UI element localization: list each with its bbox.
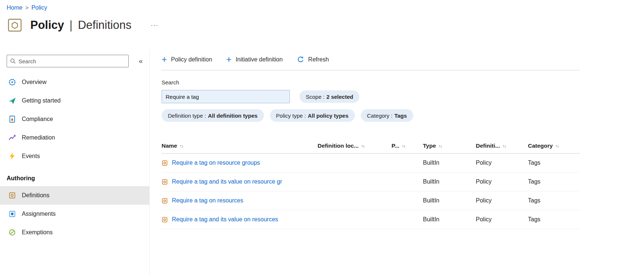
scope-filter-pill[interactable]: Scope : 2 selected: [299, 90, 359, 103]
definition-type-filter-value: All definition types: [208, 113, 257, 119]
column-header-label: Name: [162, 142, 177, 149]
overview-icon: [8, 78, 16, 86]
definition-type-filter-pill[interactable]: Definition type : All definition types: [162, 109, 264, 122]
cell-category: Tags: [528, 216, 580, 223]
definition-search-input[interactable]: [162, 90, 290, 103]
cell-type: BuiltIn: [423, 197, 476, 204]
cell-definition-type: Policy: [476, 216, 528, 223]
breadcrumb-link-home[interactable]: Home: [7, 4, 23, 11]
search-filter-label: Search: [162, 79, 580, 85]
sidebar-search-input[interactable]: [18, 58, 125, 64]
sidebar-item-label: Exemptions: [22, 229, 53, 236]
sidebar-search-row: «: [0, 55, 149, 67]
policy-type-filter-name: Policy type :: [276, 113, 306, 119]
sidebar-item-definitions[interactable]: Definitions: [0, 186, 149, 205]
sidebar-item-label: Remediation: [22, 134, 55, 141]
column-header-definition-location[interactable]: Definition loc... ↑↓: [318, 142, 392, 149]
cell-definition-type: Policy: [476, 197, 528, 204]
events-icon: [8, 152, 16, 160]
page-header: Policy | Definitions ···: [7, 17, 644, 33]
sidebar-item-exemptions[interactable]: Exemptions: [0, 223, 149, 242]
policy-definition-icon: [162, 198, 168, 204]
column-header-label: Type: [423, 142, 436, 149]
sidebar-item-compliance[interactable]: Compliance: [0, 110, 149, 128]
authoring-section-label: Authoring: [0, 165, 149, 186]
refresh-button-label: Refresh: [308, 56, 329, 63]
add-icon: +: [226, 56, 232, 63]
sort-icon: ↑↓: [361, 144, 365, 148]
name-cell: Require a tag on resources: [162, 197, 318, 204]
column-header-label: P...: [392, 142, 399, 149]
sort-icon: ↑↓: [402, 144, 405, 148]
page-title: Policy | Definitions: [30, 19, 131, 32]
sidebar-item-events[interactable]: Events: [0, 147, 149, 165]
table-row[interactable]: Require a tag on resources BuiltIn Polic…: [162, 191, 580, 210]
cell-definition-type: Policy: [476, 178, 528, 185]
page-title-primary: Policy: [30, 19, 64, 31]
policy-type-filter-pill[interactable]: Policy type : All policy types: [270, 109, 355, 122]
initiative-definition-button[interactable]: + Initiative definition: [226, 56, 283, 63]
sidebar-item-label: Overview: [22, 79, 47, 85]
exemptions-icon: [8, 228, 16, 237]
cell-type: BuiltIn: [423, 178, 476, 185]
policy-definition-button[interactable]: + Policy definition: [162, 56, 212, 63]
remediation-icon: [8, 134, 16, 142]
command-bar: + Policy definition + Initiative definit…: [162, 52, 580, 67]
cell-category: Tags: [528, 160, 580, 166]
breadcrumb-link-policy[interactable]: Policy: [31, 4, 47, 11]
category-filter-pill[interactable]: Category : Tags: [361, 109, 413, 122]
assignments-icon: [8, 210, 16, 218]
policy-definition-icon: [162, 179, 168, 185]
more-options-icon[interactable]: ···: [148, 20, 160, 31]
policy-definition-icon: [162, 160, 168, 166]
sort-icon: ↑↓: [180, 144, 183, 148]
filter-row-1: Scope : 2 selected: [162, 90, 580, 103]
sort-icon: ↑↓: [502, 144, 506, 148]
initiative-definition-button-label: Initiative definition: [235, 56, 282, 63]
policy-name-link[interactable]: Require a tag on resources: [172, 197, 243, 204]
name-cell: Require a tag and its value on resources: [162, 216, 318, 223]
sidebar-item-getting-started[interactable]: Getting started: [0, 91, 149, 110]
main-content: + Policy definition + Initiative definit…: [162, 52, 580, 229]
column-header-category[interactable]: Category ↑↓: [528, 142, 580, 149]
policy-name-link[interactable]: Require a tag and its value on resource …: [172, 178, 282, 185]
table-row[interactable]: Require a tag on resource groups BuiltIn…: [162, 154, 580, 172]
cell-category: Tags: [528, 178, 580, 185]
page-title-secondary: Definitions: [78, 19, 132, 31]
table-row[interactable]: Require a tag and its value on resource …: [162, 172, 580, 191]
sidebar-item-assignments[interactable]: Assignments: [0, 205, 149, 223]
scope-filter-value: 2 selected: [326, 94, 353, 100]
name-cell: Require a tag and its value on resource …: [162, 178, 318, 185]
policy-name-link[interactable]: Require a tag and its value on resources: [172, 216, 278, 223]
filter-row-2: Definition type : All definition types P…: [162, 109, 580, 122]
column-header-label: Definiti...: [476, 142, 500, 149]
sidebar-item-remediation[interactable]: Remediation: [0, 128, 149, 147]
column-header-name[interactable]: Name ↑↓: [162, 142, 318, 149]
category-filter-value: Tags: [394, 113, 407, 119]
search-icon: [10, 58, 16, 64]
column-header-policies[interactable]: P... ↑↓: [392, 142, 423, 149]
cell-type: BuiltIn: [423, 160, 476, 166]
collapse-sidebar-button[interactable]: «: [136, 56, 145, 66]
column-header-definition-type[interactable]: Definiti... ↑↓: [476, 142, 528, 149]
toolbar-divider: [162, 70, 580, 70]
column-header-label: Definition loc...: [318, 142, 359, 149]
sidebar-search-box[interactable]: [7, 55, 129, 67]
sort-icon: ↑↓: [555, 144, 559, 148]
column-header-type[interactable]: Type ↑↓: [423, 142, 476, 149]
table-header-row: Name ↑↓ Definition loc... ↑↓ P... ↑↓ Typ…: [162, 138, 580, 154]
policy-definition-icon: [162, 217, 168, 223]
refresh-button[interactable]: Refresh: [297, 56, 329, 63]
sidebar-item-label: Compliance: [22, 116, 53, 123]
add-icon: +: [162, 56, 167, 63]
sidebar: « Overview Getting started: [0, 50, 150, 275]
column-header-label: Category: [528, 142, 553, 149]
table-row[interactable]: Require a tag and its value on resources…: [162, 210, 580, 229]
page-title-separator: |: [70, 19, 72, 31]
sidebar-item-label: Events: [22, 153, 40, 160]
breadcrumb-separator-icon: >: [26, 5, 28, 11]
policy-definition-button-label: Policy definition: [171, 56, 212, 63]
sidebar-item-label: Assignments: [22, 211, 56, 217]
sidebar-item-overview[interactable]: Overview: [0, 73, 149, 91]
policy-name-link[interactable]: Require a tag on resource groups: [172, 160, 260, 166]
